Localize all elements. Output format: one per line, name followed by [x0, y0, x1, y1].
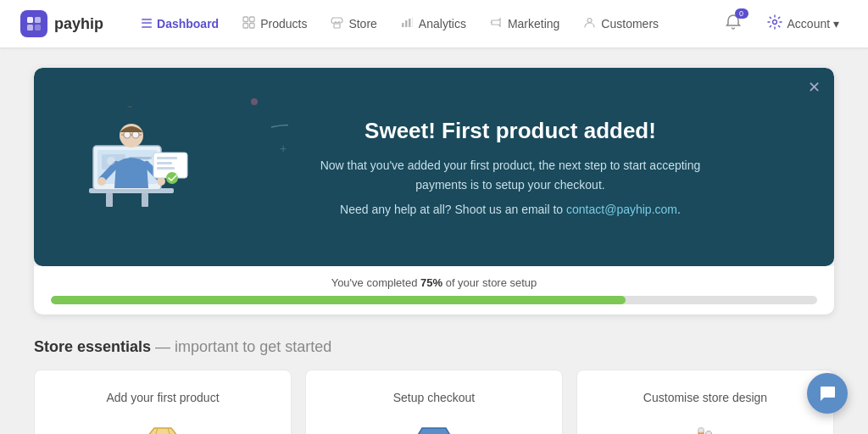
customers-icon — [583, 16, 596, 31]
nav-right: 0 Account ▾ — [721, 9, 848, 38]
nav-label-marketing: Marketing — [508, 17, 559, 31]
svg-rect-2 — [27, 25, 33, 31]
account-button[interactable]: Account ▾ — [759, 9, 848, 38]
nav-item-analytics[interactable]: Analytics — [391, 9, 476, 38]
nav-label-store: Store — [348, 17, 376, 31]
svg-rect-11 — [409, 19, 411, 27]
card-design-icon — [683, 421, 727, 434]
banner-contact-email[interactable]: contact@payhip.com — [566, 203, 677, 216]
progress-text: You've completed 75% of your store setup — [51, 276, 817, 289]
brand-name: payhip — [54, 15, 103, 33]
nav-label-products: Products — [260, 17, 307, 31]
svg-point-42 — [124, 131, 131, 138]
banner-illustration — [34, 95, 220, 239]
essentials-card-design[interactable]: Customise store design — [576, 370, 834, 434]
nav-links: ☰ Dashboard Products Store — [131, 9, 721, 38]
svg-rect-9 — [402, 23, 404, 27]
svg-rect-72 — [698, 428, 704, 432]
svg-rect-5 — [250, 17, 255, 22]
banner-contact-text: Need any help at all? Shoot us an email … — [340, 203, 566, 216]
svg-rect-0 — [27, 17, 33, 23]
store-icon — [331, 16, 343, 31]
progress-percentage: 75% — [420, 276, 442, 289]
essentials-card-product[interactable]: Add your first product — [34, 370, 292, 434]
account-gear-icon — [767, 14, 782, 33]
card-checkout-label: Setup checkout — [393, 391, 476, 404]
svg-rect-33 — [106, 193, 113, 207]
svg-point-43 — [132, 131, 139, 138]
nav-item-products[interactable]: Products — [232, 9, 317, 38]
nav-label-customers: Customers — [601, 17, 659, 31]
progress-bar-fill — [51, 296, 626, 304]
progress-section: You've completed 75% of your store setup — [34, 266, 834, 314]
svg-rect-51 — [157, 162, 172, 164]
banner-contact-suffix: . — [677, 203, 681, 216]
banner-contact: Need any help at all? Shoot us an email … — [220, 203, 800, 216]
nav-item-customers[interactable]: Customers — [573, 9, 669, 38]
svg-point-55 — [148, 158, 155, 164]
svg-rect-7 — [250, 24, 255, 29]
navbar: payhip ☰ Dashboard Products — [0, 0, 868, 47]
card-design-label: Customise store design — [643, 391, 767, 404]
nav-label-dashboard: Dashboard — [157, 17, 219, 31]
svg-point-54 — [107, 157, 115, 165]
svg-point-13 — [587, 19, 592, 23]
svg-rect-6 — [243, 24, 248, 29]
progress-suffix: of your store setup — [442, 276, 537, 289]
svg-rect-10 — [405, 20, 408, 27]
account-label: Account ▾ — [787, 17, 839, 31]
svg-rect-12 — [412, 17, 413, 27]
essentials-cards: Add your first product — [34, 370, 834, 434]
nav-item-store[interactable]: Store — [320, 9, 387, 38]
banner-text-block: Sweet! First product added! Now that you… — [220, 118, 800, 216]
svg-point-53 — [166, 172, 178, 184]
notifications-button[interactable]: 0 — [721, 10, 745, 38]
card-product-label: Add your first product — [106, 391, 219, 404]
analytics-icon — [401, 16, 414, 31]
progress-bar — [51, 296, 817, 304]
notification-count: 0 — [735, 8, 748, 19]
essentials-title-text: Store essentials — [34, 338, 151, 355]
main-content: + + × × × ~ ~ — [0, 47, 868, 434]
svg-rect-34 — [142, 193, 148, 207]
svg-rect-8 — [334, 24, 340, 28]
svg-rect-50 — [157, 157, 177, 159]
svg-point-15 — [251, 98, 258, 105]
logo[interactable]: payhip — [20, 10, 103, 37]
chat-fab-button[interactable] — [807, 373, 848, 414]
essentials-title: Store essentials — important to get star… — [34, 338, 834, 356]
nav-item-marketing[interactable]: Marketing — [480, 9, 570, 38]
products-icon — [242, 16, 255, 31]
marketing-icon — [490, 16, 503, 31]
svg-point-14 — [772, 20, 776, 25]
banner-close-button[interactable]: ✕ — [808, 78, 821, 97]
nav-label-analytics: Analytics — [419, 17, 466, 31]
card-checkout-icon — [412, 421, 456, 434]
svg-point-47 — [97, 177, 106, 186]
dashboard-icon: ☰ — [141, 16, 152, 31]
banner-subtitle: Now that you've added your first product… — [315, 156, 705, 194]
nav-item-dashboard[interactable]: ☰ Dashboard — [131, 9, 229, 38]
essentials-card-checkout[interactable]: Setup checkout — [305, 370, 563, 434]
svg-rect-1 — [35, 17, 41, 23]
svg-rect-52 — [157, 167, 175, 170]
welcome-banner: + + × × × ~ ~ — [34, 68, 834, 266]
svg-rect-3 — [35, 25, 41, 31]
banner-title: Sweet! First product added! — [220, 118, 800, 144]
essentials-subtitle: — important to get started — [155, 338, 331, 355]
logo-icon — [20, 10, 47, 37]
svg-rect-4 — [243, 17, 248, 22]
essentials-section: Store essentials — important to get star… — [34, 338, 834, 434]
progress-prefix: You've completed — [331, 276, 420, 289]
